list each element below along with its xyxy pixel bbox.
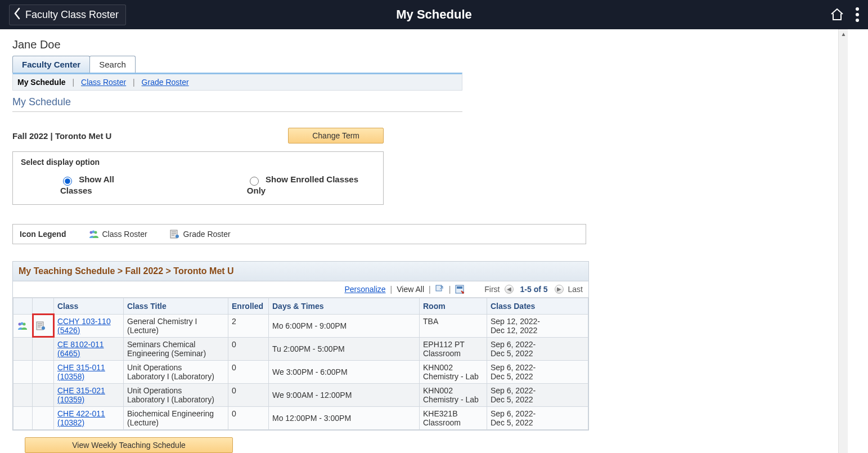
class-roster-icon[interactable] bbox=[17, 321, 29, 331]
legend-grade-roster-label: Grade Roster bbox=[183, 230, 231, 239]
icon-legend: Icon Legend Class Roster Grade Roster bbox=[12, 224, 586, 244]
vertical-scrollbar[interactable]: ▲ bbox=[838, 29, 848, 453]
class-roster-icon bbox=[88, 229, 98, 239]
grade-roster-icon bbox=[170, 229, 180, 239]
col-days-times[interactable]: Days & Times bbox=[269, 298, 420, 314]
change-term-button[interactable]: Change Term bbox=[288, 128, 384, 143]
class-cell[interactable]: CE 8102-011(6465) bbox=[54, 337, 124, 360]
back-button-label: Faculty Class Roster bbox=[25, 9, 119, 21]
radio-show-enrolled-label: Show Enrolled Classes Only bbox=[247, 174, 358, 195]
class-title-cell: Seminars ChemicalEngineering (Seminar) bbox=[124, 337, 228, 360]
toolbar-personalize[interactable]: Personalize bbox=[344, 285, 385, 294]
prev-page-button[interactable]: ◀ bbox=[505, 285, 514, 294]
section-title: My Schedule bbox=[12, 96, 838, 108]
class-link[interactable]: CHE 422-011(10382) bbox=[57, 409, 105, 427]
class-cell[interactable]: CHE 422-011(10382) bbox=[54, 406, 124, 429]
room-cell: EPH112 PTClassroom bbox=[420, 337, 487, 360]
class-link[interactable]: CCHY 103-110(5426) bbox=[57, 317, 111, 335]
room-cell: TBA bbox=[420, 314, 487, 337]
class-link[interactable]: CHE 315-011(10358) bbox=[57, 363, 105, 381]
svg-point-19 bbox=[42, 326, 45, 330]
radio-show-enrolled-input[interactable] bbox=[250, 177, 259, 186]
zoom-icon[interactable] bbox=[435, 285, 444, 294]
table-row: CE 8102-011(6465)Seminars ChemicalEngine… bbox=[14, 337, 588, 360]
view-weekly-schedule-button[interactable]: View Weekly Teaching Schedule bbox=[25, 437, 233, 453]
grade-roster-cell[interactable] bbox=[33, 314, 54, 337]
display-option-title: Select display option bbox=[21, 158, 375, 167]
main-tabs: Faculty Center Search bbox=[12, 56, 838, 73]
radio-show-all[interactable]: Show All Classes bbox=[60, 174, 146, 195]
grid-toolbar: Personalize | View All | | First ◀ 1-5 o… bbox=[13, 281, 588, 298]
display-option-box: Select display option Show All Classes S… bbox=[12, 151, 384, 205]
class-link[interactable]: CE 8102-011(6465) bbox=[57, 340, 104, 358]
grade-roster-cell bbox=[33, 337, 54, 360]
tab-search[interactable]: Search bbox=[89, 56, 136, 73]
col-room[interactable]: Room bbox=[420, 298, 487, 314]
enrolled-cell: 0 bbox=[228, 383, 269, 406]
radio-show-enrolled[interactable]: Show Enrolled Classes Only bbox=[247, 174, 375, 195]
subnav-class-roster[interactable]: Class Roster bbox=[81, 78, 126, 87]
table-row: CHE 315-011(10358)Unit OperationsLaborat… bbox=[14, 360, 588, 383]
class-dates-cell: Sep 6, 2022-Dec 5, 2022 bbox=[487, 360, 588, 383]
teaching-schedule-title: My Teaching Schedule > Fall 2022 > Toron… bbox=[13, 262, 588, 281]
page-info: 1-5 of 5 bbox=[520, 285, 548, 294]
class-cell[interactable]: CHE 315-011(10358) bbox=[54, 360, 124, 383]
svg-rect-10 bbox=[457, 286, 462, 289]
download-icon[interactable] bbox=[455, 285, 464, 294]
grade-roster-icon[interactable] bbox=[36, 321, 50, 331]
col-class-dates[interactable]: Class Dates bbox=[487, 298, 588, 314]
enrolled-cell: 2 bbox=[228, 314, 269, 337]
toolbar-first[interactable]: First bbox=[484, 285, 500, 294]
class-roster-cell bbox=[14, 383, 33, 406]
room-cell: KHN002Chemistry - Lab bbox=[420, 360, 487, 383]
col-class[interactable]: Class bbox=[54, 298, 124, 314]
more-menu-icon[interactable] bbox=[856, 7, 859, 22]
grade-roster-cell bbox=[33, 360, 54, 383]
days-times-cell: Mo 12:00PM - 3:00PM bbox=[269, 406, 420, 429]
subnav-my-schedule[interactable]: My Schedule bbox=[17, 78, 66, 87]
toolbar-last[interactable]: Last bbox=[568, 285, 583, 294]
class-cell[interactable]: CCHY 103-110(5426) bbox=[54, 314, 124, 337]
class-dates-cell: Sep 6, 2022-Dec 5, 2022 bbox=[487, 406, 588, 429]
class-cell[interactable]: CHE 315-021(10359) bbox=[54, 383, 124, 406]
class-roster-cell[interactable] bbox=[14, 314, 33, 337]
table-row: CCHY 103-110(5426)General Chemistry I(Le… bbox=[14, 314, 588, 337]
chevron-left-icon bbox=[13, 7, 21, 23]
class-roster-cell bbox=[14, 337, 33, 360]
teaching-schedule: My Teaching Schedule > Fall 2022 > Toron… bbox=[12, 261, 589, 430]
user-name: Jane Doe bbox=[12, 38, 838, 51]
class-title-cell: Unit OperationsLaboratory I (Laboratory) bbox=[124, 383, 228, 406]
svg-point-2 bbox=[95, 231, 97, 234]
class-title-cell: Biochemical Engineering(Lecture) bbox=[124, 406, 228, 429]
enrolled-cell: 0 bbox=[228, 406, 269, 429]
radio-show-all-input[interactable] bbox=[63, 177, 72, 186]
room-cell: KHE321BClassroom bbox=[420, 406, 487, 429]
class-dates-cell: Sep 6, 2022-Dec 5, 2022 bbox=[487, 383, 588, 406]
grade-roster-cell bbox=[33, 383, 54, 406]
divider bbox=[12, 111, 462, 112]
legend-class-roster-label: Class Roster bbox=[102, 230, 147, 239]
class-title-cell: Unit OperationsLaboratory I (Laboratory) bbox=[124, 360, 228, 383]
enrolled-cell: 0 bbox=[228, 337, 269, 360]
class-roster-cell bbox=[14, 406, 33, 429]
subnav-grade-roster[interactable]: Grade Roster bbox=[142, 78, 189, 87]
toolbar-view-all[interactable]: View All bbox=[397, 285, 424, 294]
class-title-cell: General Chemistry I(Lecture) bbox=[124, 314, 228, 337]
col-class-title[interactable]: Class Title bbox=[124, 298, 228, 314]
svg-point-7 bbox=[176, 235, 179, 238]
app-header: Faculty Class Roster My Schedule bbox=[0, 0, 868, 29]
table-row: CHE 315-021(10359)Unit OperationsLaborat… bbox=[14, 383, 588, 406]
back-button[interactable]: Faculty Class Roster bbox=[9, 5, 126, 25]
legend-title: Icon Legend bbox=[20, 230, 66, 239]
term-label: Fall 2022 | Toronto Met U bbox=[12, 131, 111, 141]
next-page-button[interactable]: ▶ bbox=[555, 285, 564, 294]
days-times-cell: Tu 2:00PM - 5:00PM bbox=[269, 337, 420, 360]
class-link[interactable]: CHE 315-021(10359) bbox=[57, 386, 105, 404]
svg-point-11 bbox=[462, 291, 464, 294]
scroll-up-icon[interactable]: ▲ bbox=[839, 29, 848, 39]
col-enrolled[interactable]: Enrolled bbox=[228, 298, 269, 314]
tab-faculty-center[interactable]: Faculty Center bbox=[12, 56, 90, 73]
room-cell: KHN002Chemistry - Lab bbox=[420, 383, 487, 406]
days-times-cell: We 9:00AM - 12:00PM bbox=[269, 383, 420, 406]
home-icon[interactable] bbox=[830, 7, 844, 22]
